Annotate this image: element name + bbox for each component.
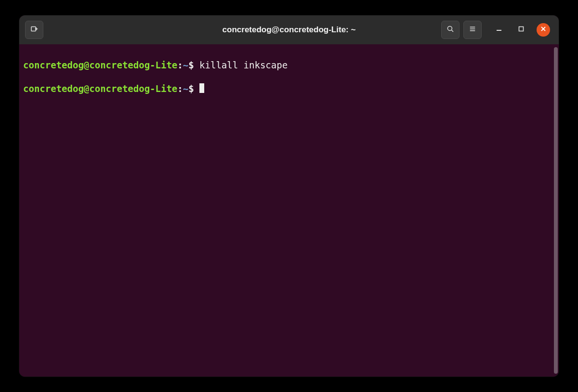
search-button[interactable] — [441, 21, 460, 39]
scrollbar[interactable] — [554, 47, 558, 374]
terminal-window: concretedog@concretedog-Lite: ~ — [19, 15, 559, 377]
hamburger-icon — [468, 25, 477, 35]
svg-point-1 — [447, 26, 452, 30]
minimize-icon — [496, 26, 502, 34]
search-icon — [446, 25, 455, 35]
svg-rect-7 — [519, 27, 524, 31]
close-button[interactable] — [537, 23, 550, 37]
prompt-user-host: concretedog@concretedog-Lite — [23, 60, 177, 70]
new-tab-icon — [30, 25, 39, 35]
terminal-line: concretedog@concretedog-Lite:~$ — [23, 83, 557, 95]
maximize-icon — [518, 26, 525, 34]
prompt-dollar: $ — [188, 60, 194, 70]
titlebar-right — [441, 21, 553, 39]
minimize-button[interactable] — [492, 23, 506, 37]
menu-button[interactable] — [463, 21, 482, 39]
new-tab-button[interactable] — [25, 21, 43, 39]
svg-line-2 — [451, 30, 453, 32]
close-icon — [540, 26, 547, 34]
terminal-cursor — [199, 83, 204, 93]
prompt-dollar: $ — [188, 83, 194, 94]
prompt-colon: : — [177, 83, 183, 94]
window-controls — [492, 23, 550, 37]
maximize-button[interactable] — [514, 23, 528, 37]
terminal-body[interactable]: concretedog@concretedog-Lite:~$ killall … — [19, 44, 559, 377]
prompt-colon: : — [177, 60, 183, 70]
prompt-path: ~ — [183, 60, 188, 70]
window-title: concretedog@concretedog-Lite: ~ — [223, 25, 356, 35]
titlebar: concretedog@concretedog-Lite: ~ — [19, 15, 559, 44]
command-text — [194, 83, 199, 94]
titlebar-left — [25, 21, 43, 39]
command-text: killall inkscape — [194, 60, 288, 70]
prompt-path: ~ — [183, 83, 188, 94]
terminal-line: concretedog@concretedog-Lite:~$ killall … — [23, 59, 557, 71]
prompt-user-host: concretedog@concretedog-Lite — [23, 83, 177, 94]
